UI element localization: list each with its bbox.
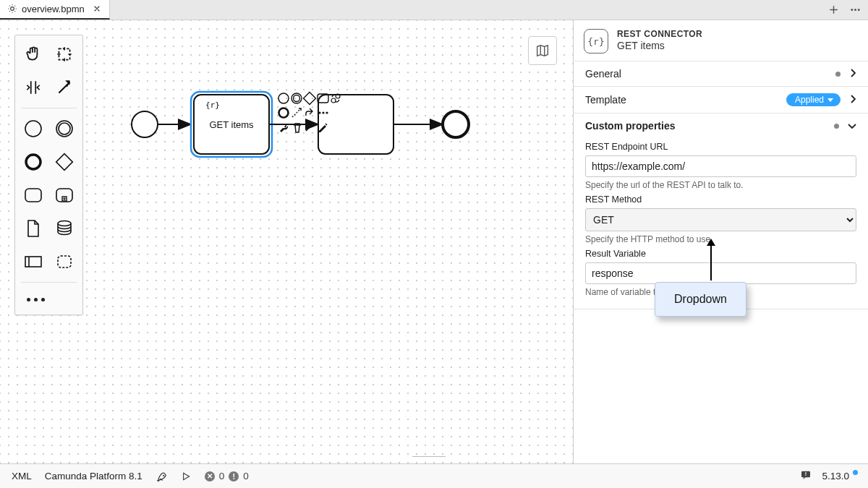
new-tab-button[interactable] [827, 4, 839, 16]
xml-toggle[interactable]: XML [12, 471, 32, 481]
warning-count: 0 [243, 471, 249, 481]
section-general-label: General [585, 68, 835, 80]
pad-wrench[interactable] [280, 124, 288, 132]
element-name-label: GET items [617, 40, 702, 51]
task-label: GET items [209, 119, 254, 130]
end-event[interactable] [443, 111, 469, 137]
annotation-arrow-icon [702, 239, 720, 282]
annotation-callout: Dropdown [655, 282, 746, 317]
section-custom-label: Custom properties [585, 120, 834, 132]
pad-append-end-event[interactable] [279, 108, 289, 118]
tab-close-button[interactable] [92, 4, 102, 14]
section-template-label: Template [585, 94, 786, 106]
rest-method-select[interactable]: GET [585, 208, 856, 231]
properties-panel: {r} REST CONNECTOR GET items General Tem… [573, 20, 868, 463]
section-custom-indicator [834, 124, 839, 129]
field-result-variable-label: Result Variable [585, 249, 856, 259]
section-general-indicator [835, 72, 841, 77]
field-rest-method: REST Method GET Specify the HTTP method … [585, 194, 856, 244]
properties-header: {r} REST CONNECTOR GET items [574, 20, 868, 61]
svg-rect-19 [304, 93, 316, 105]
template-applied-badge[interactable]: Applied [786, 93, 841, 106]
start-instance-button[interactable] [180, 471, 192, 482]
rest-url-input[interactable] [585, 155, 856, 177]
pad-append-start-event[interactable] [278, 93, 289, 103]
svg-point-24 [318, 111, 320, 114]
status-bar: XML Camunda Platform 8.1 ✕0 !0 ! 5.13.0 [0, 463, 868, 488]
version-label[interactable]: 5.13.0 [822, 471, 856, 481]
error-count: 0 [219, 471, 225, 481]
pad-append-gateway[interactable] [304, 93, 316, 105]
section-custom-properties: Custom properties REST Endpoint URL Spec… [574, 114, 868, 309]
pad-replace[interactable] [306, 108, 312, 116]
main-area: {r} GET items [0, 20, 868, 463]
element-type-icon: {r} [584, 29, 608, 53]
problem-counts[interactable]: ✕0 !0 [205, 471, 249, 481]
annotation-text: Dropdown [655, 282, 746, 317]
warning-icon: ! [229, 471, 239, 481]
editor-tabbar: overview.bpmn [0, 0, 868, 20]
execution-platform-label[interactable]: Camunda Platform 8.1 [45, 471, 142, 481]
start-event[interactable] [132, 111, 158, 137]
svg-point-1 [854, 9, 856, 11]
more-menu-button[interactable] [849, 4, 861, 16]
svg-text:!: ! [805, 471, 807, 477]
feedback-button[interactable]: ! [800, 469, 812, 483]
svg-point-2 [857, 9, 859, 11]
diagram-canvas[interactable]: {r} GET items [0, 20, 573, 463]
field-rest-url-hint: Specify the url of the REST API to talk … [585, 180, 856, 190]
pad-annotation[interactable] [292, 108, 301, 117]
section-general[interactable]: General [574, 61, 868, 87]
svg-point-26 [326, 111, 328, 114]
section-custom-header[interactable]: Custom properties [585, 116, 856, 137]
field-rest-method-label: REST Method [585, 194, 856, 205]
pad-append-intermediate-event[interactable] [292, 93, 302, 103]
svg-point-25 [322, 111, 324, 114]
chevron-down-icon [848, 121, 856, 132]
svg-point-16 [278, 93, 289, 103]
error-icon: ✕ [205, 471, 215, 481]
svg-point-28 [163, 474, 164, 476]
svg-point-18 [294, 95, 300, 102]
pad-more-actions[interactable] [318, 111, 328, 114]
section-template[interactable]: Template Applied [574, 87, 868, 114]
tabbar-actions [827, 0, 868, 20]
svg-point-23 [279, 108, 289, 118]
gear-icon [7, 4, 17, 14]
deploy-button[interactable] [156, 471, 167, 482]
pad-delete[interactable] [294, 124, 301, 132]
bpmn-diagram: {r} GET items [0, 20, 573, 463]
file-tab-label: overview.bpmn [22, 4, 85, 14]
result-variable-input[interactable] [585, 262, 856, 284]
task-empty[interactable] [318, 95, 393, 154]
chevron-right-icon [849, 68, 856, 80]
field-rest-url-label: REST Endpoint URL [585, 142, 856, 152]
svg-point-0 [851, 9, 853, 11]
field-rest-method-hint: Specify the HTTP method to use. [585, 234, 856, 244]
file-tab[interactable]: overview.bpmn [0, 0, 110, 20]
chevron-right-icon [849, 94, 856, 106]
field-rest-url: REST Endpoint URL Specify the url of the… [585, 142, 856, 190]
task-marker-icon: {r} [205, 100, 220, 110]
element-type-label: REST CONNECTOR [617, 29, 702, 39]
